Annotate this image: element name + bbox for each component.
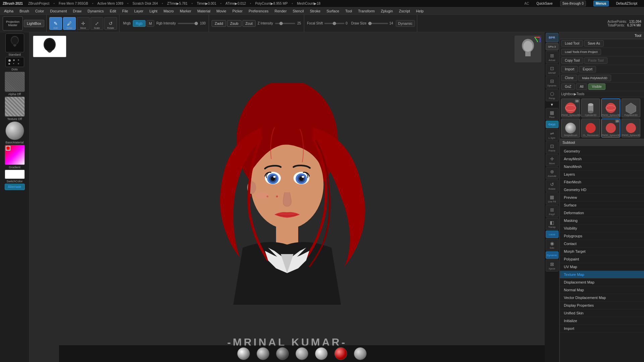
rib-solo[interactable]: ◉ Solo: [546, 239, 558, 251]
prop-surface[interactable]: Surface: [560, 201, 644, 209]
menu-zscript[interactable]: Zscript: [396, 8, 413, 14]
prop-preview[interactable]: Preview: [560, 194, 644, 201]
menu-marker[interactable]: Marker: [177, 8, 194, 14]
menu-surface[interactable]: Surface: [324, 8, 342, 14]
goz-btn[interactable]: GoZ: [561, 83, 575, 90]
prop-import[interactable]: Import: [560, 325, 644, 333]
prop-visibility[interactable]: Visibility: [560, 225, 644, 232]
rib-lsym[interactable]: ⇌ L.Sym: [546, 129, 558, 141]
rotate-btn[interactable]: ↺ Rotate: [104, 17, 117, 30]
tool-thumb-cl[interactable]: CL_Recovered: [581, 119, 600, 137]
load-tools-btn[interactable]: Load Tools From Project: [561, 49, 601, 55]
edit-btn[interactable]: ✎ Edit: [49, 17, 62, 30]
prop-nanomesh[interactable]: NanoMesh: [560, 163, 644, 171]
focal-shift-slider[interactable]: [324, 23, 344, 24]
paste-tool-btn[interactable]: Paste Tool: [584, 57, 607, 64]
rib-polyf[interactable]: ⊞ PolyF: [546, 205, 558, 217]
menu-layer[interactable]: Layer: [131, 8, 146, 14]
menu-tool[interactable]: Tool: [342, 8, 355, 14]
prop-geometry[interactable]: Geometry: [560, 147, 644, 155]
dynamic2-btn[interactable]: Dynamic: [546, 251, 558, 259]
prop-arraymesh[interactable]: ArrayMesh: [560, 155, 644, 163]
zsub-btn[interactable]: Zsub: [227, 20, 241, 27]
prop-unified-skin[interactable]: Unified Skin: [560, 309, 644, 317]
menu-color[interactable]: Color: [33, 8, 47, 14]
scale-btn[interactable]: ⤢ Scale: [91, 17, 103, 30]
tool-thumb-poly[interactable]: PolyMesh3D: [622, 99, 640, 117]
prop-fibermesh[interactable]: FiberMesh: [560, 178, 644, 186]
rib-floor[interactable]: ▦ Floor: [546, 108, 558, 120]
chevron-down-icon[interactable]: ▼: [546, 102, 558, 107]
move-btn[interactable]: ✛ Move: [77, 17, 90, 30]
color-gradient[interactable]: [5, 145, 25, 165]
tool-thumb-pm3d2[interactable]: PM3D_Sphere3D: [601, 99, 620, 117]
subtool-row[interactable]: Subtool: [560, 139, 644, 146]
menu-brush[interactable]: Brush: [17, 8, 32, 14]
menu-material[interactable]: Material: [195, 8, 213, 14]
menu-macro[interactable]: Macro: [161, 8, 176, 14]
material-sphere[interactable]: [5, 121, 24, 140]
load-tool-btn[interactable]: Load Tool: [561, 40, 583, 47]
switch-color[interactable]: [5, 170, 25, 179]
rib-rotate[interactable]: ↺ Rotate: [546, 180, 558, 192]
menu-file[interactable]: File: [119, 8, 131, 14]
rgb-btn[interactable]: Rgb: [133, 20, 146, 27]
rib-move[interactable]: ✛ Move: [546, 154, 558, 166]
draw-btn[interactable]: 🖊 Draw: [63, 17, 76, 30]
lightbox-btn[interactable]: LightBox: [24, 20, 44, 27]
save-as-btn[interactable]: Save As: [584, 40, 604, 47]
prop-vector-displacement[interactable]: Vector Displacement Map: [560, 294, 644, 302]
z-intensity-slider[interactable]: [275, 23, 295, 24]
import-btn[interactable]: Import: [561, 66, 578, 72]
prop-normal-map[interactable]: Normal Map: [560, 286, 644, 294]
prop-uv-map[interactable]: UV Map: [560, 263, 644, 271]
rib-persp[interactable]: ⬡ Persp: [546, 89, 558, 101]
rib-transp[interactable]: ◧ Transp: [546, 218, 558, 230]
tool-thumb-pm3d4[interactable]: PM3D_Sphere3D: [622, 119, 640, 137]
prop-displacement-map[interactable]: Displacement Map: [560, 279, 644, 286]
prop-layers[interactable]: Layers: [560, 171, 644, 178]
texture-preview[interactable]: [5, 97, 25, 117]
rib-frame[interactable]: ⊡ Frame: [546, 141, 558, 154]
menu-dynamics[interactable]: Dynamics: [85, 8, 106, 14]
all-btn[interactable]: All: [576, 83, 587, 90]
menu-zplugin[interactable]: Zplugin: [378, 8, 395, 14]
export-btn[interactable]: Export: [579, 66, 596, 72]
dot-pattern[interactable]: [5, 57, 24, 67]
rgb-intensity-slider[interactable]: [178, 23, 198, 24]
alpha-preview[interactable]: [5, 72, 25, 92]
menu-transform[interactable]: Transform: [356, 8, 378, 14]
menu-picker[interactable]: Picker: [230, 8, 246, 14]
menu-light[interactable]: Light: [147, 8, 160, 14]
local-btn[interactable]: Local: [546, 231, 558, 238]
rib-actual[interactable]: ⊞ Actual: [546, 51, 558, 63]
prop-polypaint[interactable]: Polypaint: [560, 255, 644, 263]
alternate-btn[interactable]: Alternate: [5, 184, 25, 190]
prop-initialize[interactable]: Initialize: [560, 317, 644, 325]
spix-btn[interactable]: SPix 3: [546, 43, 558, 50]
projection-master-btn[interactable]: ProjectionMaster: [3, 16, 23, 31]
bpr-btn[interactable]: BPR: [546, 33, 558, 42]
menu-movie[interactable]: Movie: [214, 8, 229, 14]
m-btn[interactable]: M: [147, 20, 154, 27]
zadd-btn[interactable]: Zadd: [212, 20, 226, 27]
rib-xpose[interactable]: ⊠ Xpose: [546, 259, 558, 272]
prop-polygroups[interactable]: Polygroups: [560, 232, 644, 240]
draw-size-slider[interactable]: [368, 23, 388, 24]
make-polymesh-btn[interactable]: Make PolyMesh3D: [578, 75, 611, 81]
menu-stencil[interactable]: Stencil: [290, 8, 307, 14]
menus-btn[interactable]: Menus: [593, 1, 609, 6]
default-script[interactable]: DefaultZScript: [616, 2, 637, 5]
prop-texture-map[interactable]: Texture Map: [560, 271, 644, 279]
rib-linefill[interactable]: ▦ Line Fill: [546, 192, 558, 204]
menu-help[interactable]: Help: [413, 8, 426, 14]
rib-dynamic[interactable]: ⊟ Dynamic: [546, 76, 558, 88]
tool-thumb-pm3d3[interactable]: 19 PM3D_Sphere3D: [601, 119, 620, 137]
prop-deformation[interactable]: Deformation: [560, 209, 644, 217]
menu-stroke[interactable]: Stroke: [307, 8, 323, 14]
see-through-btn[interactable]: See-through 0: [560, 1, 586, 6]
rib-aahalf[interactable]: ⊡ AAHalf: [546, 64, 558, 76]
prop-morph-target[interactable]: Morph Target: [560, 248, 644, 255]
xyz-btn[interactable]: Gxyz: [546, 121, 558, 128]
zcut-btn[interactable]: Zcut: [243, 20, 256, 27]
